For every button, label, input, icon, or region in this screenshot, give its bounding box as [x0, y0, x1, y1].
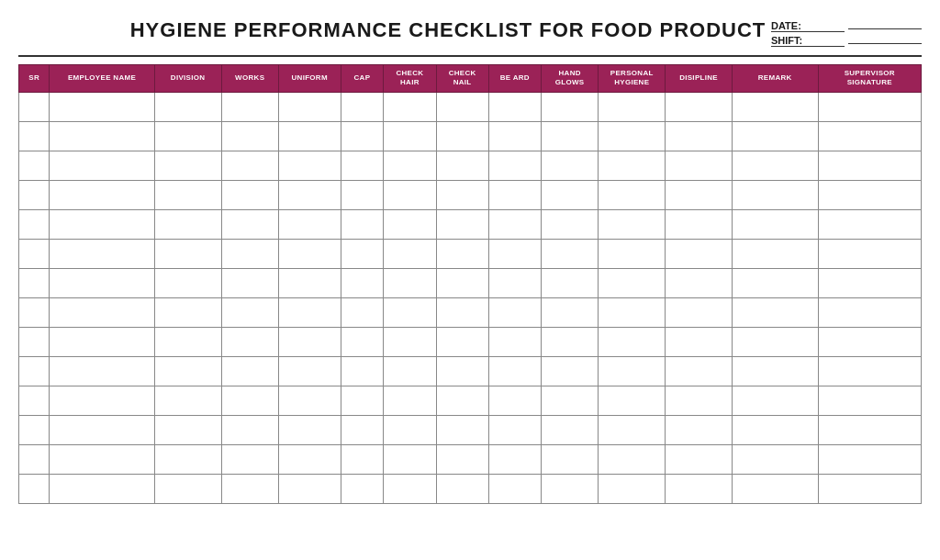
- table-cell[interactable]: [278, 327, 341, 356]
- table-cell[interactable]: [384, 239, 436, 268]
- table-cell[interactable]: [19, 415, 50, 444]
- table-cell[interactable]: [19, 327, 50, 356]
- table-row[interactable]: [19, 151, 922, 180]
- table-cell[interactable]: [19, 239, 50, 268]
- table-cell[interactable]: [278, 239, 341, 268]
- table-cell[interactable]: [278, 180, 341, 209]
- table-cell[interactable]: [541, 415, 598, 444]
- table-cell[interactable]: [154, 297, 221, 327]
- table-cell[interactable]: [19, 356, 50, 386]
- table-cell[interactable]: [488, 327, 541, 356]
- table-row[interactable]: [19, 386, 922, 415]
- table-cell[interactable]: [19, 180, 50, 209]
- table-cell[interactable]: [488, 386, 541, 415]
- table-cell[interactable]: [599, 474, 666, 503]
- table-cell[interactable]: [436, 356, 488, 386]
- table-row[interactable]: [19, 268, 922, 297]
- table-cell[interactable]: [541, 474, 598, 503]
- table-cell[interactable]: [384, 327, 436, 356]
- table-cell[interactable]: [818, 297, 921, 327]
- table-cell[interactable]: [732, 444, 818, 474]
- table-cell[interactable]: [732, 180, 818, 209]
- table-cell[interactable]: [19, 444, 50, 474]
- table-cell[interactable]: [599, 356, 666, 386]
- table-cell[interactable]: [278, 444, 341, 474]
- table-cell[interactable]: [732, 415, 818, 444]
- table-cell[interactable]: [732, 239, 818, 268]
- table-cell[interactable]: [541, 386, 598, 415]
- table-cell[interactable]: [488, 209, 541, 239]
- table-cell[interactable]: [732, 356, 818, 386]
- table-cell[interactable]: [666, 239, 733, 268]
- table-cell[interactable]: [341, 92, 384, 121]
- table-cell[interactable]: [19, 92, 50, 121]
- table-cell[interactable]: [154, 239, 221, 268]
- table-cell[interactable]: [278, 415, 341, 444]
- table-cell[interactable]: [278, 151, 341, 180]
- table-cell[interactable]: [50, 239, 154, 268]
- table-cell[interactable]: [50, 386, 154, 415]
- table-cell[interactable]: [666, 180, 733, 209]
- table-cell[interactable]: [341, 356, 384, 386]
- table-cell[interactable]: [541, 92, 598, 121]
- table-cell[interactable]: [50, 209, 154, 239]
- table-cell[interactable]: [599, 209, 666, 239]
- table-cell[interactable]: [732, 151, 818, 180]
- table-row[interactable]: [19, 444, 922, 474]
- table-cell[interactable]: [436, 327, 488, 356]
- table-cell[interactable]: [278, 297, 341, 327]
- table-cell[interactable]: [221, 151, 278, 180]
- table-cell[interactable]: [154, 415, 221, 444]
- table-cell[interactable]: [818, 92, 921, 121]
- table-cell[interactable]: [488, 239, 541, 268]
- table-cell[interactable]: [818, 386, 921, 415]
- table-cell[interactable]: [19, 151, 50, 180]
- table-cell[interactable]: [278, 474, 341, 503]
- table-cell[interactable]: [384, 92, 436, 121]
- table-cell[interactable]: [436, 239, 488, 268]
- table-cell[interactable]: [599, 92, 666, 121]
- table-cell[interactable]: [541, 239, 598, 268]
- table-cell[interactable]: [154, 268, 221, 297]
- table-cell[interactable]: [818, 151, 921, 180]
- table-cell[interactable]: [341, 386, 384, 415]
- table-cell[interactable]: [384, 297, 436, 327]
- table-cell[interactable]: [599, 297, 666, 327]
- table-row[interactable]: [19, 121, 922, 151]
- table-cell[interactable]: [666, 209, 733, 239]
- table-cell[interactable]: [488, 297, 541, 327]
- table-cell[interactable]: [818, 239, 921, 268]
- table-cell[interactable]: [384, 268, 436, 297]
- table-cell[interactable]: [50, 297, 154, 327]
- table-cell[interactable]: [488, 268, 541, 297]
- table-cell[interactable]: [818, 444, 921, 474]
- table-cell[interactable]: [599, 180, 666, 209]
- table-cell[interactable]: [341, 209, 384, 239]
- table-cell[interactable]: [541, 297, 598, 327]
- table-cell[interactable]: [341, 474, 384, 503]
- table-cell[interactable]: [666, 121, 733, 151]
- table-cell[interactable]: [488, 474, 541, 503]
- table-row[interactable]: [19, 415, 922, 444]
- table-cell[interactable]: [541, 327, 598, 356]
- table-cell[interactable]: [541, 151, 598, 180]
- table-cell[interactable]: [221, 180, 278, 209]
- table-cell[interactable]: [436, 268, 488, 297]
- table-cell[interactable]: [221, 239, 278, 268]
- table-cell[interactable]: [541, 356, 598, 386]
- table-row[interactable]: [19, 180, 922, 209]
- table-cell[interactable]: [436, 297, 488, 327]
- table-cell[interactable]: [50, 92, 154, 121]
- table-cell[interactable]: [154, 444, 221, 474]
- table-cell[interactable]: [436, 444, 488, 474]
- table-cell[interactable]: [818, 415, 921, 444]
- table-cell[interactable]: [50, 444, 154, 474]
- table-cell[interactable]: [599, 151, 666, 180]
- table-cell[interactable]: [732, 327, 818, 356]
- table-cell[interactable]: [50, 474, 154, 503]
- table-cell[interactable]: [221, 121, 278, 151]
- table-cell[interactable]: [341, 415, 384, 444]
- table-cell[interactable]: [221, 356, 278, 386]
- table-cell[interactable]: [50, 180, 154, 209]
- table-cell[interactable]: [599, 327, 666, 356]
